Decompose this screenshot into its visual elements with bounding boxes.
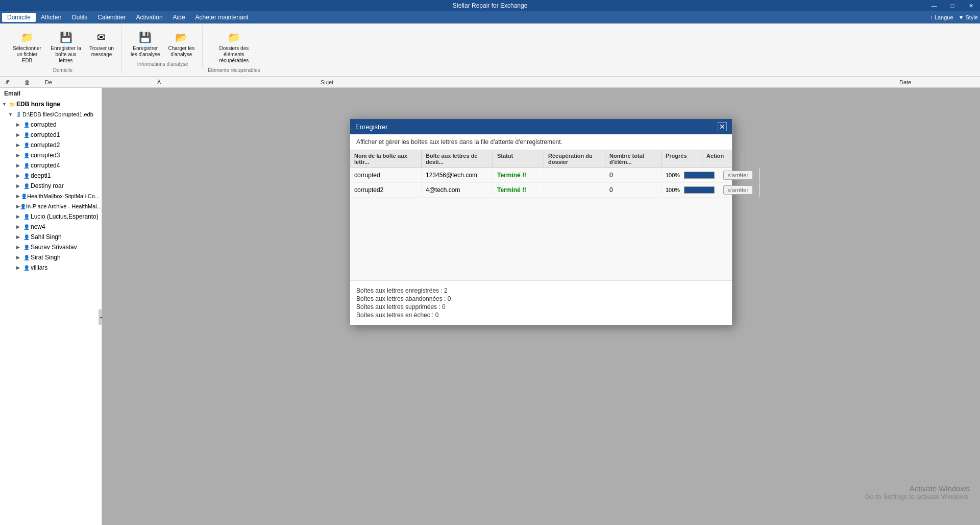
user-icon-sirat: 👤 [22, 253, 31, 261]
td-progress-1: 100% [662, 168, 719, 182]
menu-outils[interactable]: Outils [66, 13, 92, 22]
find-message-icon: ✉ [93, 29, 110, 45]
sidebar-label-destiny-roar: Destiny roar [31, 182, 64, 189]
minimize-button[interactable]: — [925, 0, 943, 11]
sidebar-item-villiars[interactable]: ▶ 👤 villiars [0, 262, 102, 273]
user-icon-destiny-roar: 👤 [22, 182, 31, 190]
folders-icon: 📁 [226, 29, 242, 45]
footer-line1: Boîtes aux lettres enregistrées : 2 [356, 287, 726, 294]
user-icon-inplace: 👤 [20, 202, 26, 210]
ribbon-btn-find-message[interactable]: ✉ Trouver unmessage [86, 27, 117, 66]
col-delete: 🗑 [24, 79, 35, 85]
menu-acheter[interactable]: Acheter maintenant [190, 13, 254, 22]
select-edb-icon: 📁 [19, 29, 35, 45]
td-status-2: Terminé !! [493, 183, 544, 197]
td-total-2: 0 [605, 183, 662, 197]
menu-calendrier[interactable]: Calendrier [92, 13, 131, 22]
td-name-2: corrupted2 [350, 183, 422, 197]
close-button[interactable]: ✕ [962, 0, 980, 11]
save-analyse-icon: 💾 [137, 29, 154, 45]
tree-db-path[interactable]: ▼ 🗄 D:\EDB files\Corrupted1.edb [0, 109, 102, 120]
sidebar-item-inplace[interactable]: ▶ 👤 In-Place Archive - HealthMai... [0, 201, 102, 211]
action-button-2[interactable]: s'arrêter [723, 185, 753, 195]
tree-root-edb[interactable]: ▼ 📁 EDB hors ligne [0, 99, 102, 109]
progress-fill-2 [684, 187, 714, 193]
col-sujet[interactable]: Sujet [321, 79, 889, 85]
sidebar-item-deepti1[interactable]: ▶ 👤 deepti1 [0, 171, 102, 181]
modal-close-button[interactable]: ✕ [718, 122, 727, 131]
progress-bar-2 [684, 186, 715, 194]
window-controls: — □ ✕ [925, 0, 980, 11]
td-dest-1: 123456@tech.com [422, 168, 493, 182]
footer-line2: Boîtes aux lettres abandonnées : 0 [356, 295, 726, 302]
sidebar-item-sirat[interactable]: ▶ 👤 Sirat Singh [0, 252, 102, 262]
ribbon-btn-save-mailbox[interactable]: 💾 Enregistrer laboîte aux lettres [47, 27, 85, 66]
menu-aide[interactable]: Aide [168, 13, 190, 22]
ribbon-group-elements: 📁 Dossiers des élémentsrécupérables Élém… [204, 26, 264, 74]
modal-table-body: corrupted 123456@tech.com Terminé !! 0 1… [350, 168, 732, 280]
table-row: corrupted 123456@tech.com Terminé !! 0 1… [350, 168, 732, 183]
maximize-button[interactable]: □ [943, 0, 962, 11]
ribbon-group-domicile: 📁 Sélectionnerun fichier EDB 💾 Enregistr… [4, 26, 122, 74]
ribbon-btn-folders[interactable]: 📁 Dossiers des élémentsrécupérables [215, 27, 253, 66]
menu-domicile[interactable]: Domicile [2, 13, 36, 22]
progress-bar-1 [684, 172, 715, 179]
select-edb-label: Sélectionnerun fichier EDB [12, 45, 42, 64]
ribbon: 📁 Sélectionnerun fichier EDB 💾 Enregistr… [0, 23, 980, 77]
td-name-1: corrupted [350, 168, 422, 182]
sidebar-item-corrupted3[interactable]: ▶ 👤 corrupted3 [0, 150, 102, 160]
sidebar-item-lucio[interactable]: ▶ 👤 Lucio (Lucius,Esperanto) [0, 211, 102, 222]
sidebar-label-healthmailbox: HealthMailbox-SitplMail-Co... [27, 193, 100, 199]
db-expand-icon: ▼ [8, 112, 14, 117]
col-a[interactable]: À [157, 79, 310, 85]
th-folder-recovery: Récupération du dossier [544, 150, 605, 168]
td-status-1: Terminé !! [493, 168, 544, 182]
sidebar-collapse-handle[interactable]: ◀ [99, 309, 102, 325]
main-layout: ◀ Email ▼ 📁 EDB hors ligne ▼ 🗄 D:\EDB fi… [0, 88, 980, 525]
menu-activation[interactable]: Activation [131, 13, 168, 22]
modal-overlay: Enregistrer ✕ Afficher et gérer les boît… [102, 88, 980, 525]
col-date[interactable]: Date [899, 79, 976, 85]
modal-footer: Boîtes aux lettres enregistrées : 2 Boît… [350, 280, 732, 325]
sidebar-item-saurav[interactable]: ▶ 👤 Saurav Srivastav [0, 242, 102, 252]
sidebar-item-corrupted2[interactable]: ▶ 👤 corrupted2 [0, 140, 102, 150]
sidebar-item-corrupted1[interactable]: ▶ 👤 corrupted1 [0, 130, 102, 140]
root-folder-icon: 📁 [8, 100, 16, 108]
user-icon-healthmailbox: 👤 [21, 192, 27, 200]
enregistrer-modal: Enregistrer ✕ Afficher et gérer les boît… [350, 118, 732, 325]
sidebar-item-new4[interactable]: ▶ 👤 new4 [0, 222, 102, 232]
modal-table-header: Nom de la boîte aux lettr... Boîte aux l… [350, 150, 732, 168]
sidebar-email-header: Email [0, 88, 102, 99]
ribbon-btn-select-edb[interactable]: 📁 Sélectionnerun fichier EDB [8, 27, 46, 66]
sidebar-label-corrupted1: corrupted1 [31, 131, 60, 138]
find-message-label: Trouver unmessage [89, 45, 114, 58]
sidebar-label-sahil: Sahil Singh [31, 233, 62, 241]
th-mailbox-name: Nom de la boîte aux lettr... [350, 150, 422, 168]
ribbon-buttons-analyse: 💾 Enregistrerles d'analyse 📂 Charger les… [127, 27, 198, 60]
sidebar-item-corrupted4[interactable]: ▶ 👤 corrupted4 [0, 160, 102, 171]
user-icon-sahil: 👤 [22, 233, 31, 241]
sidebar-item-destiny-roar[interactable]: ▶ 👤 Destiny roar [0, 181, 102, 191]
col-attach: 🖇 [4, 79, 14, 85]
action-button-1[interactable]: s'arrêter [723, 171, 753, 180]
langue-link[interactable]: ↑ Langue [930, 14, 953, 20]
window-title: Stellar Repair for Exchange [453, 2, 528, 9]
sidebar-item-corrupted[interactable]: ▶ 👤 corrupted [0, 120, 102, 130]
menu-afficher[interactable]: Afficher [36, 13, 66, 22]
style-link[interactable]: ▼ Style [959, 14, 978, 20]
td-action-2: s'arrêter [719, 183, 760, 197]
table-row: corrupted2 4@tech.com Terminé !! 0 100% [350, 183, 732, 198]
sidebar-item-sahil[interactable]: ▶ 👤 Sahil Singh [0, 232, 102, 242]
ribbon-btn-load-analyse[interactable]: 📂 Charger lesd'analyse [164, 27, 198, 60]
footer-line3: Boîtes aux lettres supprimées : 0 [356, 303, 726, 311]
user-icon-corrupted4: 👤 [22, 161, 31, 170]
td-progress-2: 100% [662, 183, 719, 197]
col-de[interactable]: De [45, 79, 147, 85]
ribbon-buttons-elements: 📁 Dossiers des élémentsrécupérables [215, 27, 253, 66]
content-area: Enregistrer ✕ Afficher et gérer les boît… [102, 88, 980, 525]
sidebar-label-sirat: Sirat Singh [31, 254, 61, 261]
ribbon-btn-save-analyse[interactable]: 💾 Enregistrerles d'analyse [127, 27, 164, 60]
sidebar-label-corrupted3: corrupted3 [31, 152, 60, 159]
ribbon-group-analyse: 💾 Enregistrerles d'analyse 📂 Charger les… [123, 26, 203, 68]
sidebar-item-healthmailbox[interactable]: ▶ 👤 HealthMailbox-SitplMail-Co... [0, 191, 102, 201]
